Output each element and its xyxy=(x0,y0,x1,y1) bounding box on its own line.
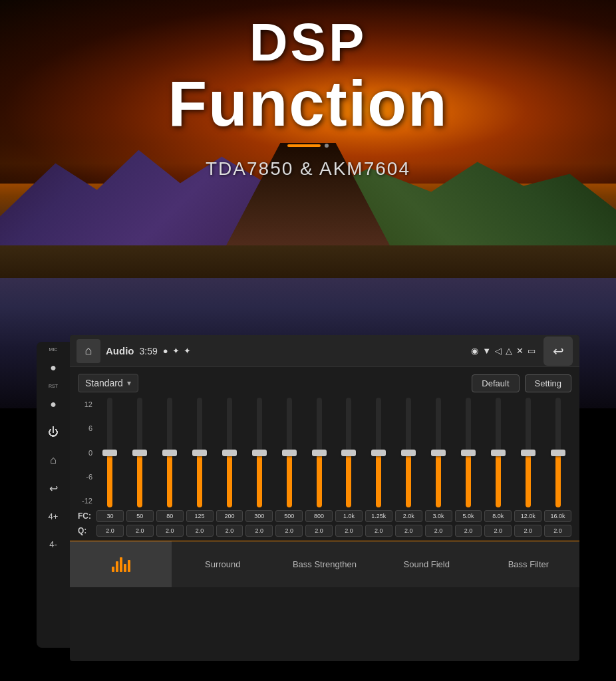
slider-track-11[interactable] xyxy=(436,453,441,508)
slider-thumb-0[interactable] xyxy=(102,450,117,456)
slider-above-6 xyxy=(287,398,292,453)
back-button[interactable]: ↩ xyxy=(543,337,573,366)
eq-band-5 xyxy=(245,398,273,507)
fc-cell-10[interactable]: 2.0k xyxy=(395,510,422,522)
slider-thumb-8[interactable] xyxy=(341,450,356,456)
q-cell-10[interactable]: 2.0 xyxy=(395,525,422,537)
default-button[interactable]: Default xyxy=(472,374,519,392)
slider-thumb-1[interactable] xyxy=(132,450,147,456)
fc-cell-11[interactable]: 3.0k xyxy=(425,510,452,522)
tab-sound-field[interactable]: Sound Field xyxy=(376,541,478,587)
bar4 xyxy=(124,564,126,572)
slider-track-14[interactable] xyxy=(526,453,531,508)
fc-cell-7[interactable]: 800 xyxy=(305,510,333,522)
eq-band-7 xyxy=(305,398,333,507)
fc-cell-13[interactable]: 8.0k xyxy=(484,510,512,522)
q-cell-2[interactable]: 2.0 xyxy=(156,525,184,537)
slider-track-9[interactable] xyxy=(376,453,381,508)
slider-track-3[interactable] xyxy=(197,453,202,508)
slider-track-1[interactable] xyxy=(137,453,142,508)
preset-dropdown[interactable]: Standard ▾ xyxy=(78,374,138,392)
fc-cell-5[interactable]: 300 xyxy=(245,510,273,522)
slider-track-5[interactable] xyxy=(257,453,262,508)
fc-cell-0[interactable]: 30 xyxy=(96,510,124,522)
slider-thumb-11[interactable] xyxy=(431,450,446,456)
fc-cell-4[interactable]: 200 xyxy=(216,510,243,522)
slider-track-13[interactable] xyxy=(496,453,501,508)
slider-track-8[interactable] xyxy=(346,453,351,508)
fc-cell-9[interactable]: 1.25k xyxy=(365,510,392,522)
fc-cell-12[interactable]: 5.0k xyxy=(455,510,482,522)
back-side-button[interactable]: ↩ xyxy=(41,476,65,500)
fc-cell-2[interactable]: 80 xyxy=(156,510,184,522)
home-side-button[interactable]: ⌂ xyxy=(41,448,65,472)
fc-cell-8[interactable]: 1.0k xyxy=(335,510,363,522)
slider-track-15[interactable] xyxy=(555,453,561,508)
q-cell-11[interactable]: 2.0 xyxy=(425,525,452,537)
tab-surround[interactable]: Surround xyxy=(172,541,273,587)
tab-bass-strengthen[interactable]: Bass Strengthen xyxy=(273,541,375,587)
tab-eq[interactable] xyxy=(70,541,172,587)
status-time: 3:59 xyxy=(140,346,158,356)
fc-cell-14[interactable]: 12.0k xyxy=(514,510,541,522)
q-cell-7[interactable]: 2.0 xyxy=(305,525,333,537)
slider-thumb-6[interactable] xyxy=(282,450,297,456)
q-cell-8[interactable]: 2.0 xyxy=(335,525,363,537)
q-cell-5[interactable]: 2.0 xyxy=(245,525,273,537)
status-bar: ⌂ Audio 3:59 ● ✦ ✦ ◉ ▼ ◁ △ ✕ ▭ ↩ xyxy=(70,335,579,367)
slider-thumb-9[interactable] xyxy=(371,450,386,456)
rst-button[interactable]: ● xyxy=(41,392,65,416)
nav-icon-1: ● xyxy=(163,346,168,356)
slider-thumb-13[interactable] xyxy=(491,450,506,456)
q-cell-14[interactable]: 2.0 xyxy=(514,525,541,537)
q-cell-0[interactable]: 2.0 xyxy=(96,525,124,537)
slider-thumb-12[interactable] xyxy=(461,450,476,456)
eq-band-10 xyxy=(395,398,422,507)
slider-thumb-3[interactable] xyxy=(192,450,207,456)
slider-track-0[interactable] xyxy=(107,453,112,508)
slider-track-6[interactable] xyxy=(287,453,292,508)
slider-thumb-7[interactable] xyxy=(312,450,327,456)
q-cell-9[interactable]: 2.0 xyxy=(365,525,392,537)
vol-down-button[interactable]: 4- xyxy=(41,532,65,556)
slider-thumb-5[interactable] xyxy=(252,450,267,456)
eq-band-0 xyxy=(96,398,124,507)
slider-thumb-14[interactable] xyxy=(521,450,536,456)
mic-button[interactable]: ● xyxy=(41,356,65,380)
eq-band-3 xyxy=(186,398,214,507)
q-values: 2.02.02.02.02.02.02.02.02.02.02.02.02.02… xyxy=(96,525,571,537)
fc-cell-15[interactable]: 16.0k xyxy=(544,510,571,522)
vol-up-button[interactable]: 4+ xyxy=(41,504,65,528)
fc-cell-1[interactable]: 50 xyxy=(126,510,154,522)
nav-icon-2: ✦ xyxy=(172,346,180,356)
eq-sliders-wrapper: 12 6 0 -6 -12 xyxy=(78,398,571,507)
hero-text-area: DSP Function TDA7850 & AKM7604 xyxy=(0,13,616,180)
slider-track-2[interactable] xyxy=(167,453,172,508)
fc-cell-3[interactable]: 125 xyxy=(186,510,214,522)
eq-q-row: Q: 2.02.02.02.02.02.02.02.02.02.02.02.02… xyxy=(78,525,571,537)
q-cell-12[interactable]: 2.0 xyxy=(455,525,482,537)
tab-bar: Surround Bass Strengthen Sound Field Bas… xyxy=(70,541,579,587)
tab-bass-filter[interactable]: Bass Filter xyxy=(478,541,579,587)
slider-track-10[interactable] xyxy=(406,453,411,508)
q-cell-1[interactable]: 2.0 xyxy=(126,525,154,537)
q-cell-4[interactable]: 2.0 xyxy=(216,525,243,537)
q-cell-15[interactable]: 2.0 xyxy=(544,525,571,537)
fc-label: FC: xyxy=(78,511,96,521)
q-cell-6[interactable]: 2.0 xyxy=(275,525,303,537)
q-cell-3[interactable]: 2.0 xyxy=(186,525,214,537)
slider-thumb-10[interactable] xyxy=(401,450,416,456)
slider-thumb-15[interactable] xyxy=(551,450,565,456)
eq-container: Standard ▾ Default Setting 12 6 0 -6 -12 xyxy=(70,367,579,541)
bar3 xyxy=(120,557,122,572)
slider-track-7[interactable] xyxy=(317,453,322,508)
slider-thumb-4[interactable] xyxy=(222,450,237,456)
slider-thumb-2[interactable] xyxy=(162,450,177,456)
setting-button[interactable]: Setting xyxy=(525,374,571,392)
fc-cell-6[interactable]: 500 xyxy=(275,510,303,522)
slider-track-12[interactable] xyxy=(466,453,471,508)
power-button[interactable]: ⏻ xyxy=(41,420,65,444)
q-cell-13[interactable]: 2.0 xyxy=(484,525,512,537)
slider-track-4[interactable] xyxy=(227,453,232,508)
home-button[interactable]: ⌂ xyxy=(77,339,100,363)
